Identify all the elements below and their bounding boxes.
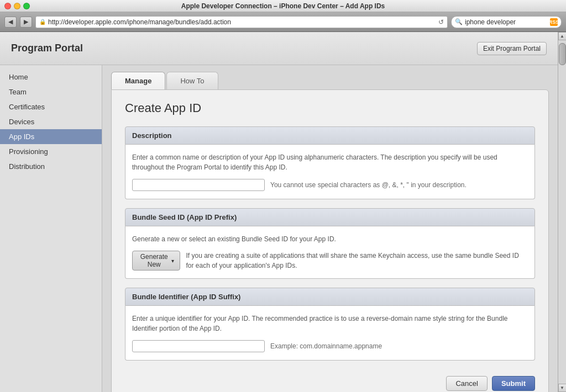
scrollbar-thumb[interactable] — [559, 43, 566, 65]
bundle-seed-body: Generate a new or select an existing Bun… — [125, 226, 535, 279]
sidebar-item-team[interactable]: Team — [0, 84, 102, 99]
portal-header: Program Portal Exit Program Portal — [0, 32, 558, 65]
sidebar-item-devices[interactable]: Devices — [0, 114, 102, 129]
browser-body: Program Portal Exit Program Portal Home … — [0, 32, 566, 392]
scroll-down-button[interactable]: ▼ — [558, 384, 567, 392]
search-icon: 🔍 — [455, 18, 463, 25]
dropdown-arrow-icon: ▾ — [171, 258, 174, 264]
back-icon: ◀ — [8, 18, 13, 25]
bundle-seed-section: Bundle Seed ID (App ID Prefix) Generate … — [125, 208, 535, 279]
cancel-button[interactable]: Cancel — [446, 376, 487, 391]
toolbar: ◀ ▶ 🔒 http://developer.apple.com/iphone/… — [0, 12, 566, 32]
description-section: Description Enter a common name or descr… — [125, 126, 535, 199]
bundle-seed-hint: If you are creating a suite of applicati… — [186, 251, 528, 271]
page-title: Create App ID — [125, 101, 535, 115]
submit-button[interactable]: Submit — [492, 376, 535, 391]
description-hint: You cannot use special characters as @, … — [270, 181, 467, 189]
bundle-identifier-header: Bundle Identifier (App ID Suffix) — [125, 288, 535, 306]
main-panel: Manage How To Create App ID Description … — [102, 65, 558, 392]
bundle-identifier-input-row: Example: com.domainname.appname — [132, 340, 528, 352]
bundle-identifier-example: Example: com.domainname.appname — [270, 342, 382, 350]
bundle-identifier-input[interactable] — [132, 340, 265, 352]
sidebar-item-home[interactable]: Home — [0, 70, 102, 84]
description-text: Enter a common name or description of yo… — [132, 152, 528, 172]
bundle-seed-desc: Generate a new or select an existing Bun… — [132, 234, 528, 244]
content-area: Home Team Certificates Devices App IDs P… — [0, 65, 558, 392]
description-input-row: You cannot use special characters as @, … — [132, 179, 528, 191]
forward-icon: ▶ — [24, 18, 28, 25]
generate-new-button[interactable]: Generate New ▾ — [132, 251, 180, 271]
bundle-identifier-body: Enter a unique identifier for your App I… — [125, 306, 535, 361]
description-section-body: Enter a common name or description of yo… — [125, 145, 535, 199]
sidebar: Home Team Certificates Devices App IDs P… — [0, 65, 102, 392]
bundle-identifier-section: Bundle Identifier (App ID Suffix) Enter … — [125, 288, 535, 361]
search-bar[interactable]: 🔍 iphone developer RSS — [451, 16, 562, 28]
search-text: iphone developer — [465, 18, 548, 26]
content-box: Create App ID Description Enter a common… — [111, 89, 549, 392]
page-content: Program Portal Exit Program Portal Home … — [0, 32, 558, 392]
sidebar-item-certificates[interactable]: Certificates — [0, 99, 102, 114]
scroll-up-button[interactable]: ▲ — [558, 32, 567, 40]
tabs: Manage How To — [111, 72, 549, 89]
address-bar[interactable]: 🔒 http://developer.apple.com/iphone/mana… — [35, 16, 448, 28]
description-section-header: Description — [125, 126, 535, 145]
bundle-seed-input-row: Generate New ▾ If you are creating a sui… — [132, 251, 528, 271]
back-button[interactable]: ◀ — [4, 17, 17, 28]
address-text: http://developer.apple.com/iphone/manage… — [48, 18, 436, 26]
description-input[interactable] — [132, 179, 265, 191]
rss-icon: RSS — [550, 18, 558, 26]
lock-icon: 🔒 — [39, 19, 46, 25]
exit-portal-button[interactable]: Exit Program Portal — [477, 42, 547, 55]
sidebar-item-provisioning[interactable]: Provisioning — [0, 144, 102, 159]
close-button[interactable] — [4, 3, 11, 9]
portal-title: Program Portal — [11, 43, 83, 54]
bundle-seed-header: Bundle Seed ID (App ID Prefix) — [125, 208, 535, 226]
bundle-identifier-desc: Enter a unique identifier for your App I… — [132, 314, 528, 333]
minimize-button[interactable] — [14, 3, 20, 9]
tab-howto[interactable]: How To — [166, 72, 218, 89]
traffic-lights — [4, 3, 30, 9]
scrollbar[interactable]: ▲ ▼ — [558, 32, 566, 392]
window-title: Apple Developer Connection – iPhone Dev … — [181, 2, 385, 10]
maximize-button[interactable] — [23, 3, 30, 9]
refresh-button[interactable]: ↺ — [438, 18, 444, 26]
tab-manage[interactable]: Manage — [111, 72, 165, 89]
forward-button[interactable]: ▶ — [20, 17, 32, 28]
title-bar: Apple Developer Connection – iPhone Dev … — [0, 0, 566, 12]
sidebar-item-distribution[interactable]: Distribution — [0, 159, 102, 174]
bottom-bar: Cancel Submit — [125, 369, 535, 392]
scrollbar-track[interactable] — [558, 40, 566, 384]
sidebar-item-appids[interactable]: App IDs — [0, 129, 102, 144]
